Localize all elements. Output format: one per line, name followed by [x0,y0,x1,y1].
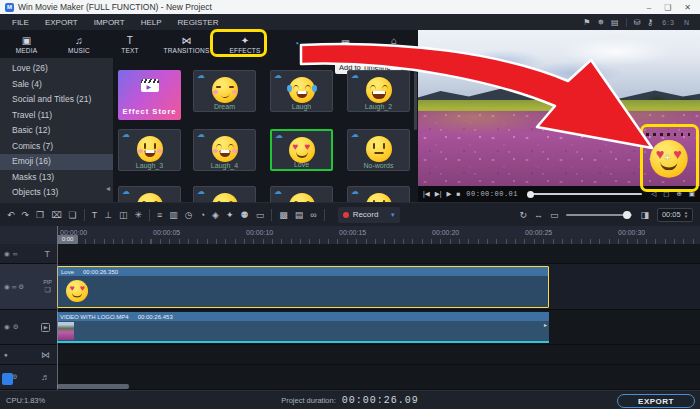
cloud-download-icon[interactable]: ☁ [351,72,359,80]
video-track-header[interactable]: ◉⚙ ▶ [0,310,57,344]
effect-tile-laugh2[interactable]: ☁ Laugh_2 [347,70,410,112]
undo-icon[interactable]: ↶ [7,209,15,221]
tab-transitions[interactable]: ⋈TRANSITIONS [155,30,218,58]
effect-tile-laugh3[interactable]: ☁ Laugh_3 [118,129,181,171]
cart-icon[interactable]: ⛁ [634,18,641,27]
effect-tile-dream[interactable]: ☁ Dream [193,70,256,112]
video-clip[interactable]: VIDEO WITH LOGO.MP4 00:00:26.453 ▸ [57,312,549,343]
dot-icon[interactable]: ● [4,351,8,358]
playhead-marker[interactable]: 0:00 [57,235,78,244]
motion-track-icon[interactable]: ⚉ [241,209,249,221]
transition-track-header[interactable]: ● ⋈ [0,345,57,364]
effect-tile-partial[interactable]: ☁ [193,186,256,202]
tab-store[interactable]: ⌂STORE [370,30,418,58]
category-basic[interactable]: Basic (12) [0,123,113,139]
link-icon[interactable]: ∞ [12,283,17,290]
link-icon[interactable]: ∞ [13,250,18,257]
text-tool-icon[interactable]: T [92,209,98,221]
cloud-download-icon[interactable]: ☁ [351,188,359,196]
overlay-move-handle-icon[interactable] [664,151,670,163]
redo-icon[interactable]: ↷ [22,209,30,221]
delete-icon[interactable]: ⌧ [51,209,61,221]
cloud-download-icon[interactable]: ☁ [122,188,130,196]
menu-register[interactable]: REGISTER [178,18,219,27]
duration-icon[interactable]: ◔ [200,209,205,221]
record-dropdown[interactable]: Record ▾ [338,207,400,223]
maximize-button[interactable]: ❑ [664,3,671,12]
zoom-out-icon[interactable]: ▭ [550,209,559,221]
pip-track-body[interactable]: Love 00:00:26.350 [57,264,700,309]
effect-store-tile[interactable]: Effect Store [118,70,181,120]
fit-timeline-icon[interactable]: ↔ [534,209,543,221]
category-masks[interactable]: Masks (13) [0,170,113,186]
tab-elements[interactable]: ◔ [272,30,321,58]
gear-icon[interactable]: ⚙ [18,283,24,291]
cloud-download-icon[interactable]: ☁ [197,131,205,139]
zoom-knob[interactable] [623,211,631,219]
zoom-in-icon[interactable]: ◨ [640,209,649,221]
effects-scrollbar[interactable] [414,72,417,130]
text-track-header[interactable]: ◉∞ T [0,244,57,263]
seek-slider[interactable] [528,193,642,195]
menu-import[interactable]: IMPORT [94,18,125,27]
cloud-download-icon[interactable]: ☁ [197,72,205,80]
next-frame-button[interactable]: ▶| [435,189,442,199]
green-screen-icon[interactable]: ▩ [279,209,288,221]
category-emoji[interactable]: Emoji (16) [0,154,113,170]
audio-track-body[interactable] [57,365,700,389]
cloud-download-icon[interactable]: ☁ [197,188,205,196]
key-icon[interactable]: ⚷ [647,18,653,27]
transition-track-body[interactable] [57,345,700,364]
eye-icon[interactable]: ◉ [4,283,10,291]
timeline-horizontal-scrollbar[interactable] [57,384,129,389]
eye-icon[interactable]: ◉ [4,250,10,258]
pip-track-header[interactable]: ◉∞⚙ PIP ❏ [0,264,57,309]
tab-text[interactable]: TTEXT [105,30,155,58]
effect-tile-partial[interactable]: ☁ [118,186,181,202]
tab-music[interactable]: ♫MUSIC [53,30,105,58]
image-icon[interactable]: ▤ [295,209,304,221]
snowflake-icon[interactable]: ✳ [134,209,142,221]
cloud-download-icon[interactable]: ☁ [274,188,282,196]
mixer-icon[interactable]: ≡ [157,209,162,221]
sidebar-collapse-icon[interactable]: ◂ [106,184,110,193]
clip-duration-spinner[interactable]: 00:05 ▲▼ [657,208,693,222]
speed-icon[interactable]: ◷ [185,209,193,221]
pip-clip-love[interactable]: Love 00:00:26.350 [57,266,549,308]
menu-help[interactable]: HELP [141,18,162,27]
effect-tile-nowords[interactable]: ☁ No-words [347,129,410,171]
link-icon[interactable]: ∞ [310,209,316,221]
text-track-body[interactable] [57,244,700,263]
tab-media[interactable]: ▣MEDIA [0,30,53,58]
category-sale[interactable]: Sale (4) [0,77,113,93]
effect-tile-love-selected[interactable]: ☁ Love [270,129,333,171]
playhead-line[interactable] [57,226,58,390]
category-objects[interactable]: Objects (13) [0,185,113,201]
copy-icon[interactable]: ❏ [69,209,77,221]
audio-bars-icon[interactable]: ▥ [169,209,178,221]
effect-tile-laugh[interactable]: ☁ Laugh [270,70,333,112]
sync-icon[interactable]: ↻ [519,209,527,221]
category-social-and-titles[interactable]: Social and Titles (21) [0,92,113,108]
menu-export[interactable]: EXPORT [45,18,78,27]
announce-icon[interactable]: ⚑ [583,18,590,27]
eye-icon[interactable]: ◉ [4,323,10,331]
timeline-zoom-slider[interactable] [566,214,632,216]
timeline-ruler[interactable]: 00:00:00 00:00:05 00:00:10 00:00:15 00:0… [0,226,700,244]
cloud-download-icon[interactable]: ☁ [274,72,282,80]
effect-star-icon[interactable]: ✦ [226,209,234,221]
effect-tile-laugh4[interactable]: ☁ Laugh_4 [193,129,256,171]
prev-frame-button[interactable]: |◀ [423,189,430,199]
paste-icon[interactable]: ❐ [36,209,44,221]
gear-icon[interactable]: ⚙ [13,323,19,331]
effect-tile-partial[interactable]: ☁ [347,186,410,202]
keyframe-icon[interactable]: ◈ [212,209,219,221]
overlay-selection-handles[interactable] [646,133,692,136]
crop-icon[interactable]: ▭ [256,209,265,221]
menu-file[interactable]: FILE [12,18,29,27]
cloud-download-icon[interactable]: ☁ [351,131,359,139]
minimize-button[interactable]: – [647,3,651,12]
gift-icon[interactable]: ✵ [597,18,604,27]
seek-knob[interactable] [527,191,534,198]
close-button[interactable]: ✕ [684,3,691,12]
